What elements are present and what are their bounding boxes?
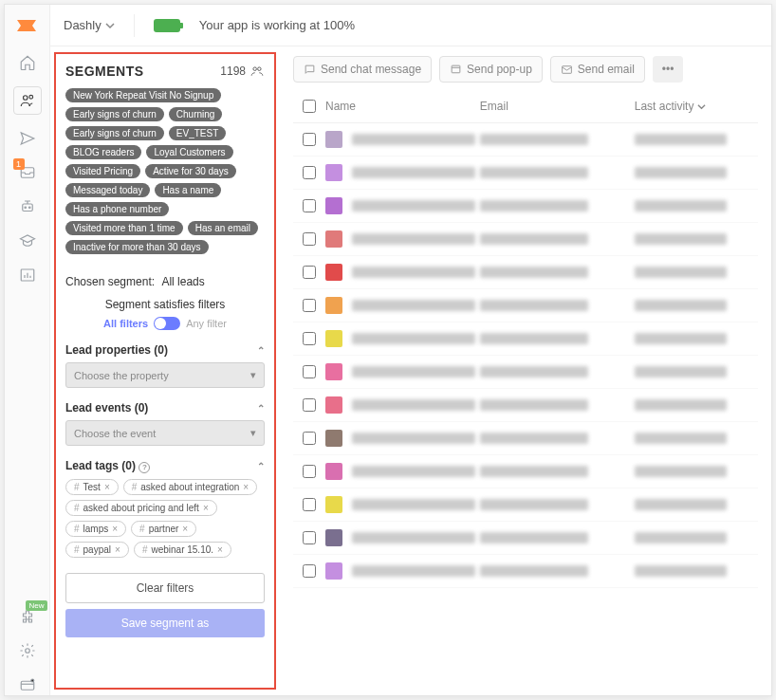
app-dropdown[interactable]: Dashly bbox=[64, 18, 115, 32]
table-row[interactable] bbox=[293, 289, 758, 322]
segment-chip[interactable]: Has a name bbox=[155, 183, 221, 197]
people-icon[interactable] bbox=[13, 86, 42, 115]
svg-point-1 bbox=[28, 95, 32, 99]
table-row[interactable] bbox=[293, 356, 758, 389]
row-checkbox[interactable] bbox=[303, 531, 316, 544]
segment-chip[interactable]: Has an email bbox=[188, 221, 258, 235]
send-popup-button[interactable]: Send pop-up bbox=[439, 56, 543, 83]
clear-filters-button[interactable]: Clear filters bbox=[65, 573, 265, 603]
property-select[interactable]: Choose the property ▾ bbox=[65, 362, 265, 388]
remove-tag-icon[interactable]: × bbox=[104, 482, 110, 492]
activity-placeholder bbox=[635, 532, 728, 543]
chevron-up-icon: ⌃ bbox=[257, 345, 265, 356]
name-placeholder bbox=[352, 300, 475, 311]
bot-icon[interactable] bbox=[17, 196, 38, 217]
table-row[interactable] bbox=[293, 488, 758, 522]
table-row[interactable] bbox=[293, 223, 758, 256]
remove-tag-icon[interactable]: × bbox=[112, 524, 118, 534]
save-segment-button[interactable]: Save segment as bbox=[65, 609, 265, 637]
info-icon[interactable]: ? bbox=[139, 462, 150, 473]
send-icon[interactable] bbox=[17, 128, 38, 149]
select-all-checkbox[interactable] bbox=[303, 100, 316, 113]
segment-chip[interactable]: New York Repeat Visit No Signup bbox=[65, 88, 221, 102]
segment-chip[interactable]: Loyal Customers bbox=[146, 145, 232, 159]
remove-tag-icon[interactable]: × bbox=[243, 482, 249, 492]
segment-chip[interactable]: Messaged today bbox=[65, 183, 150, 197]
inbox-icon[interactable]: 1 bbox=[17, 162, 38, 183]
row-checkbox[interactable] bbox=[303, 432, 316, 445]
row-checkbox[interactable] bbox=[303, 199, 316, 212]
settings-icon[interactable] bbox=[17, 640, 38, 661]
nav-rail: 1 New bbox=[5, 5, 50, 695]
lead-tag[interactable]: # asked about integration × bbox=[123, 479, 257, 495]
lead-tag[interactable]: # asked about pricing and left × bbox=[65, 500, 217, 516]
lead-tag[interactable]: # Test × bbox=[65, 479, 119, 495]
col-email: Email bbox=[480, 100, 635, 113]
remove-tag-icon[interactable]: × bbox=[115, 544, 120, 555]
row-checkbox[interactable] bbox=[303, 299, 316, 312]
home-icon[interactable] bbox=[17, 52, 38, 73]
row-checkbox[interactable] bbox=[303, 398, 316, 412]
table-row[interactable] bbox=[293, 190, 758, 223]
table-row[interactable] bbox=[293, 322, 758, 356]
table-row[interactable] bbox=[293, 123, 758, 157]
lead-tag[interactable]: # partner × bbox=[131, 521, 196, 537]
lead-tag[interactable]: # webinar 15.10. × bbox=[134, 542, 231, 558]
lead-tag[interactable]: # lamps × bbox=[65, 521, 126, 537]
tags-container: # Test ×# asked about integration ×# ask… bbox=[65, 479, 265, 558]
lead-tag[interactable]: # paypal × bbox=[65, 542, 129, 558]
table-row[interactable] bbox=[293, 422, 758, 455]
row-checkbox[interactable] bbox=[303, 232, 316, 246]
table-row[interactable] bbox=[293, 389, 758, 422]
segment-chip[interactable]: BLOG readers bbox=[65, 145, 141, 159]
segment-chip[interactable]: Visited more than 1 time bbox=[65, 221, 183, 235]
education-icon[interactable] bbox=[17, 230, 38, 251]
panel-title: SEGMENTS bbox=[65, 64, 144, 79]
activity-placeholder bbox=[635, 565, 728, 577]
row-checkbox[interactable] bbox=[303, 365, 316, 378]
lead-properties-header[interactable]: Lead properties (0) ⌃ bbox=[65, 343, 265, 357]
segment-chip[interactable]: EV_TEST bbox=[169, 126, 226, 140]
table-row[interactable] bbox=[293, 256, 758, 289]
table-row[interactable] bbox=[293, 522, 758, 555]
email-placeholder bbox=[480, 399, 588, 411]
table-row[interactable] bbox=[293, 555, 758, 588]
segment-chip[interactable]: Inactive for more than 30 days bbox=[65, 240, 209, 254]
segment-chip[interactable]: Active for 30 days bbox=[145, 164, 235, 178]
row-checkbox[interactable] bbox=[303, 133, 316, 146]
more-actions-button[interactable]: ••• bbox=[653, 56, 684, 83]
plugin-icon[interactable]: New bbox=[17, 606, 38, 627]
remove-tag-icon[interactable]: × bbox=[217, 544, 223, 555]
chevron-up-icon: ⌃ bbox=[257, 461, 265, 471]
segment-chip[interactable]: Has a phone number bbox=[65, 202, 169, 216]
avatar bbox=[325, 396, 342, 414]
card-icon[interactable] bbox=[17, 674, 38, 695]
analytics-icon[interactable] bbox=[17, 265, 38, 286]
table-row[interactable] bbox=[293, 157, 758, 190]
row-checkbox[interactable] bbox=[303, 564, 316, 578]
row-checkbox[interactable] bbox=[303, 166, 316, 179]
lead-events-header[interactable]: Lead events (0) ⌃ bbox=[65, 401, 265, 414]
remove-tag-icon[interactable]: × bbox=[203, 503, 209, 513]
toggle-switch[interactable] bbox=[154, 317, 180, 330]
row-checkbox[interactable] bbox=[303, 332, 316, 345]
segment-chip[interactable]: Early signs of churn bbox=[65, 107, 164, 121]
table-row[interactable] bbox=[293, 455, 758, 488]
row-checkbox[interactable] bbox=[303, 266, 316, 279]
segment-chip[interactable]: Early signs of churn bbox=[65, 126, 164, 140]
send-chat-button[interactable]: Send chat message bbox=[293, 56, 432, 83]
event-select[interactable]: Choose the event ▾ bbox=[65, 420, 265, 446]
row-checkbox[interactable] bbox=[303, 465, 316, 478]
segment-chip[interactable]: Visited Pricing bbox=[65, 164, 140, 178]
remove-tag-icon[interactable]: × bbox=[182, 524, 188, 534]
row-checkbox[interactable] bbox=[303, 498, 316, 511]
segment-chip[interactable]: Churning bbox=[169, 107, 223, 121]
lead-tags-header[interactable]: Lead tags (0) ? ⌃ bbox=[65, 459, 265, 473]
col-activity[interactable]: Last activity bbox=[635, 100, 758, 113]
svg-point-4 bbox=[25, 207, 27, 209]
dots-icon: ••• bbox=[662, 63, 674, 76]
avatar bbox=[325, 131, 342, 148]
send-email-button[interactable]: Send email bbox=[550, 56, 645, 83]
email-placeholder bbox=[480, 433, 588, 444]
activity-placeholder bbox=[635, 200, 728, 212]
